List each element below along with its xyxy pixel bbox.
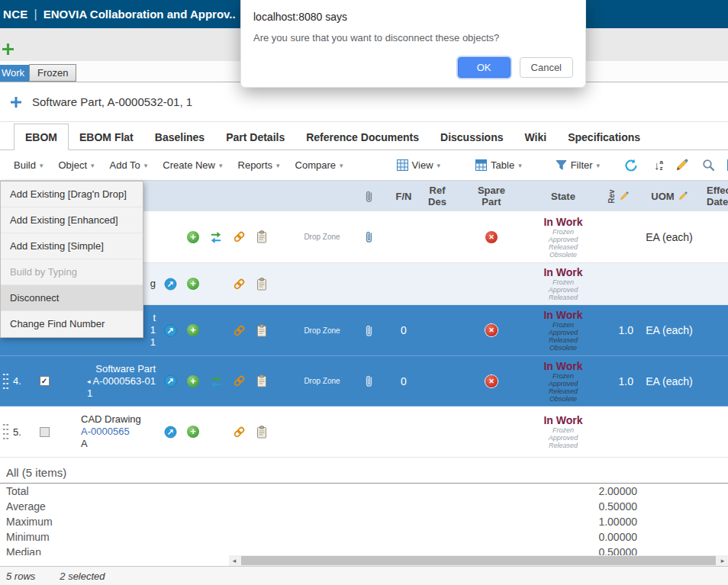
find-number: 0 [401,375,407,387]
menu-table[interactable]: Table▾ [468,159,530,171]
link-icon[interactable] [227,374,250,387]
scroll-left-icon[interactable]: ◂ [229,555,240,566]
col-ref-des[interactable]: Ref Des [418,185,456,207]
menu-create-new[interactable]: Create New▾ [155,159,230,171]
menu-item-disconnect[interactable]: Disconnect [1,285,143,311]
expand-plus-icon[interactable] [11,97,21,108]
col-state[interactable]: State [527,191,600,202]
row-checkbox-checked[interactable]: ✓ [40,376,50,386]
uom-value: EA (each) [646,231,692,243]
table-row[interactable]: 5. CAD Drawing A-0000565 A + In Work Fro… [0,407,728,458]
tab-part-details[interactable]: Part Details [215,124,295,149]
menu-add-to[interactable]: Add To▾ [102,159,156,171]
context-header: Software Part, A-0000532-01, 1 [0,82,728,122]
object-type: CAD Drawing [58,413,159,426]
state-cell: In Work Frozen Approved Released [527,414,600,449]
object-name-link[interactable]: A-0000565 [58,426,159,438]
add-child-icon[interactable]: + [187,426,199,438]
col-rev[interactable]: Rev [600,191,638,201]
navigate-icon[interactable] [159,278,182,291]
uom-value: EA (each) [646,324,692,336]
sort-icon[interactable]: ↓az [654,159,663,172]
scroll-right-icon[interactable]: ▸ [717,555,728,566]
col-attachment[interactable] [348,190,389,203]
collapse-arrow-icon[interactable]: ◂ [87,378,91,385]
menu-item-change-find-number[interactable]: Change Find Number [1,311,143,337]
add-child-icon[interactable]: + [187,278,199,290]
tab-specifications[interactable]: Specifications [557,124,651,149]
link-icon[interactable] [227,278,250,291]
tab-baselines[interactable]: Baselines [144,124,215,149]
filter-funnel-icon [556,159,567,171]
chevron-down-icon: ▾ [340,162,343,169]
remove-icon[interactable]: ✕ [485,231,498,243]
navigate-icon[interactable] [159,324,182,337]
table-row-selected[interactable]: 4. ✓ Software Part ◂A-0000563-01 1 + Dro… [0,356,728,407]
replace-icon[interactable] [205,231,227,243]
menu-object[interactable]: Object▾ [50,159,101,171]
add-child-icon[interactable]: + [187,375,199,387]
col-effectivity-date[interactable]: Effec Date [701,185,728,207]
clipboard-icon[interactable] [250,230,273,243]
row-checkbox-unchecked[interactable] [40,427,50,437]
clipboard-icon[interactable] [250,324,273,337]
menu-item-add-existing-dragndrop[interactable]: Add Existing [Drag'n Drop] [1,182,143,207]
tab-discussions[interactable]: Discussions [430,124,514,149]
tab-ebom-flat[interactable]: EBOM Flat [69,124,144,149]
drop-zone[interactable]: Drop Zone [304,377,340,385]
drop-zone[interactable]: Drop Zone [304,326,340,335]
navigate-icon[interactable] [159,374,182,387]
menu-item-add-existing-enhanced[interactable]: Add Existing [Enhanced] [1,207,143,233]
chevron-down-icon: ▾ [518,162,522,169]
attachment-icon[interactable] [348,374,389,387]
tab-wiki[interactable]: Wiki [514,124,558,149]
row-number: 5. [13,426,21,438]
menu-build[interactable]: Build▾ [6,159,50,171]
add-child-icon[interactable]: + [187,231,199,243]
nav-tab-strip: EBOM EBOM Flat Baselines Part Details Re… [0,122,728,150]
clipboard-icon[interactable] [250,278,273,291]
object-name[interactable]: ◂A-0000563-01 [58,375,159,387]
edit-pencil-icon[interactable] [675,159,688,172]
add-child-icon[interactable]: + [187,324,199,336]
col-uom[interactable]: UOM [638,191,701,202]
menu-filter[interactable]: Filter▾ [548,159,607,171]
drag-handle[interactable] [2,423,9,441]
remove-icon[interactable]: ✕ [485,375,498,387]
ok-button[interactable]: OK [458,57,511,78]
clipboard-icon[interactable] [250,426,273,439]
refresh-icon[interactable] [624,159,639,172]
stat-row: Average 0.50000 [0,499,728,514]
add-icon[interactable] [2,43,15,56]
col-spare-part[interactable]: Spare Part [456,185,527,207]
attachment-icon[interactable] [348,230,389,243]
attachment-icon[interactable] [348,324,389,337]
menu-reports[interactable]: Reports▾ [230,159,288,171]
chevron-down-icon: ▾ [91,162,95,169]
replace-icon[interactable] [205,375,227,387]
cancel-button[interactable]: Cancel [520,57,573,78]
menu-compare[interactable]: Compare▾ [288,159,351,171]
tab-work[interactable]: Work [0,65,31,82]
horizontal-scrollbar[interactable]: ◂ ▸ [229,555,728,566]
tab-frozen[interactable]: Frozen [29,64,76,82]
navigate-icon[interactable] [159,426,182,439]
edit-pencil-icon [678,191,688,201]
search-icon[interactable] [702,159,715,172]
drag-handle[interactable] [2,372,9,391]
tab-ebom[interactable]: EBOM [14,124,69,150]
link-icon[interactable] [227,426,250,439]
remove-icon[interactable]: ✕ [485,324,498,336]
menu-view-label: View [412,159,433,171]
menu-view[interactable]: View▾ [389,159,448,171]
chevron-down-icon: ▾ [40,162,43,169]
scrollbar-thumb[interactable] [241,556,716,565]
chevron-down-icon: ▾ [597,162,601,169]
menu-item-add-existing-simple[interactable]: Add Existing [Simple] [1,233,143,259]
clipboard-icon[interactable] [250,374,273,387]
drop-zone[interactable]: Drop Zone [304,233,340,241]
link-icon[interactable] [227,230,250,243]
col-fn[interactable]: F/N [389,191,418,202]
link-icon[interactable] [227,324,250,337]
tab-reference-documents[interactable]: Reference Documents [295,124,430,149]
